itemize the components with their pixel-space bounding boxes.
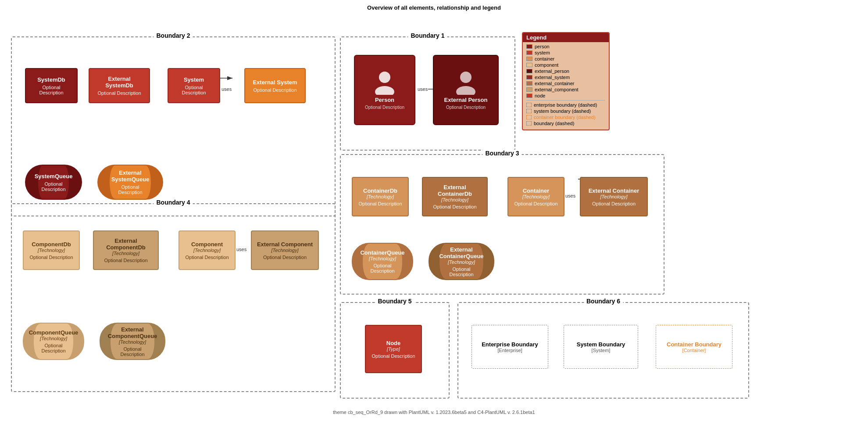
person-card: Person Optional Description — [354, 55, 415, 125]
legend-box: Legend person system container component… — [522, 32, 610, 130]
boundary-6: Boundary 6 Enterprise Boundary [Enterpri… — [457, 302, 749, 399]
boundary-4: Boundary 4 ComponentDb [Technology] Opti… — [11, 203, 336, 392]
enterprise-boundary-box: Enterprise Boundary [Enterprise] — [472, 325, 548, 369]
container-card: Container [Technology] Optional Descript… — [507, 177, 564, 216]
container-db-card: ContainerDb [Technology] Optional Descri… — [352, 177, 409, 216]
footer-text: theme cb_seq_OrRd_9 drawn with PlantUML … — [333, 410, 535, 415]
page-title: Overview of all elements, relationship a… — [0, 0, 868, 14]
uses-label-b1: uses — [418, 86, 428, 92]
component-queue-card: ComponentQueue [Technology] Optional Des… — [23, 323, 84, 360]
legend-node: node — [526, 93, 605, 98]
boundary-6-title: Boundary 6 — [584, 298, 623, 305]
external-system-card: External System Optional Description — [244, 68, 306, 103]
external-person-card: External Person Optional Description — [433, 55, 499, 125]
external-container-db-card: External ContainerDb [Technology] Option… — [422, 177, 488, 216]
legend-external-component: external_component — [526, 87, 605, 92]
external-container-card: External Container [Technology] Optional… — [580, 177, 648, 216]
external-person-icon — [455, 71, 477, 95]
system-boundary-box: System Boundary [System] — [564, 325, 638, 369]
container-queue-card: ContainerQueue [Technology] Optional Des… — [352, 243, 413, 280]
system-card: System Optional Description — [168, 68, 220, 103]
component-db-card: ComponentDb [Technology] Optional Descri… — [23, 230, 80, 270]
boundary-3: Boundary 3 ContainerDb [Technology] Opti… — [340, 154, 664, 295]
external-component-queue-card: External ComponentQueue [Technology] Opt… — [100, 323, 165, 360]
legend-system: system — [526, 50, 605, 55]
legend-system-boundary: system boundary (dashed) — [526, 108, 605, 114]
legend-boundary: boundary (dashed) — [526, 121, 605, 126]
container-boundary-box: Container Boundary [Container] — [656, 325, 732, 369]
uses-label-b4: uses — [236, 247, 246, 252]
boundary-2: Boundary 2 SystemDb Optional Description… — [11, 36, 336, 216]
person-icon — [374, 71, 396, 95]
boundary-5-title: Boundary 5 — [375, 298, 414, 305]
svg-point-6 — [375, 86, 394, 95]
legend-title: Legend — [523, 33, 609, 42]
component-card: Component [Technology] Optional Descript… — [179, 230, 236, 270]
external-component-card: External Component [Technology] Optional… — [251, 230, 319, 270]
legend-enterprise-boundary: enterprise boundary (dashed) — [526, 102, 605, 108]
external-system-db-card: External SystemDb Optional Description — [89, 68, 150, 103]
uses-label-b3: uses — [565, 193, 575, 198]
svg-point-5 — [379, 72, 390, 83]
boundary-5: Boundary 5 Node [Type] Optional Descript… — [340, 302, 450, 399]
boundary-2-title: Boundary 2 — [154, 32, 193, 39]
legend-component: component — [526, 62, 605, 68]
system-db-card: SystemDb Optional Description — [25, 68, 78, 103]
legend-container: container — [526, 56, 605, 61]
legend-container-boundary: container boundary (dashed) — [526, 115, 605, 120]
node-card: Node [Type] Optional Description — [365, 325, 422, 373]
uses-label-b2: uses — [221, 86, 232, 92]
boundary-4-title: Boundary 4 — [154, 199, 193, 206]
legend-external-container: external_container — [526, 81, 605, 86]
external-system-queue-card: External SystemQueue Optional Descriptio… — [97, 165, 163, 200]
boundary-1-title: Boundary 1 — [408, 32, 447, 39]
legend-external-system: external_system — [526, 75, 605, 80]
boundary-1: Boundary 1 Person Optional Description u… — [340, 36, 515, 151]
boundary-3-title: Boundary 3 — [482, 150, 522, 157]
svg-point-8 — [456, 86, 475, 95]
svg-point-7 — [460, 72, 472, 83]
legend-external-person: external_person — [526, 68, 605, 74]
system-queue-card: SystemQueue Optional Description — [25, 165, 82, 200]
external-component-db-card: External ComponentDb [Technology] Option… — [93, 230, 159, 270]
external-container-queue-card: External ContainerQueue [Technology] Opt… — [429, 243, 494, 280]
legend-person: person — [526, 44, 605, 49]
